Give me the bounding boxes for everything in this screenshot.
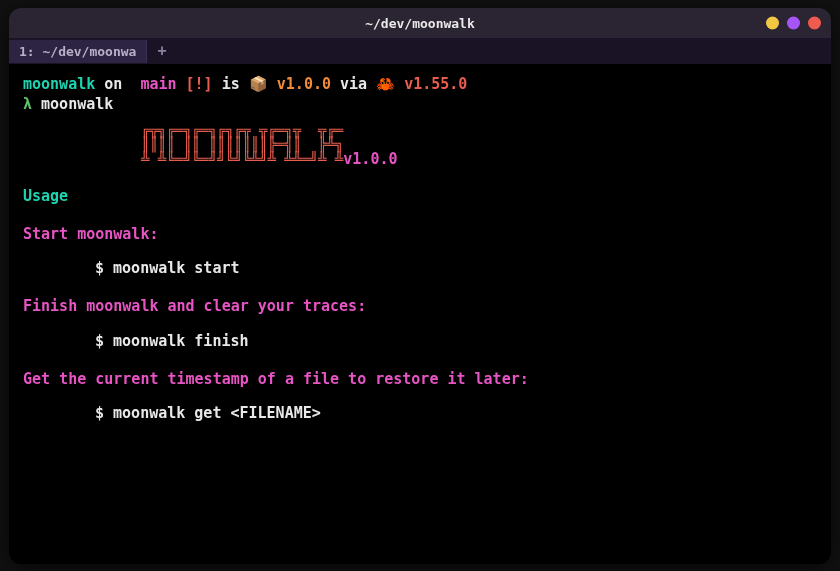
usage-cmd-3: $ moonwalk get <FILENAME>: [23, 403, 817, 423]
ascii-banner: ╔╦╗╔═╗╔═╗╔╗╔╦ ╦╔═╗╦ ╦╔═ ║║║║ ║║ ║║║║║║║╠…: [23, 123, 817, 168]
prompt-project: moonwalk: [23, 75, 95, 93]
prompt-line-1: moonwalk on main [!] is 📦 v1.0.0 via 🦀 v…: [23, 74, 817, 94]
crab-icon: 🦀: [376, 75, 395, 93]
add-tab-button[interactable]: +: [147, 42, 176, 60]
tab-bar: 1: ~/dev/moonwa +: [9, 38, 831, 64]
usage-desc-3: Get the current timestamp of a file to r…: [23, 369, 817, 389]
prompt-via: via: [340, 75, 376, 93]
close-button[interactable]: [808, 17, 821, 30]
tab-1[interactable]: 1: ~/dev/moonwa: [9, 40, 147, 63]
prompt-lambda: λ: [23, 95, 41, 113]
terminal-window: ~/dev/moonwalk 1: ~/dev/moonwa + moonwal…: [9, 8, 831, 564]
package-icon: 📦: [249, 75, 268, 93]
prompt-flags: [!]: [186, 75, 213, 93]
prompt-is: is: [213, 75, 249, 93]
prompt-on: on: [95, 75, 131, 93]
usage-desc-2: Finish moonwalk and clear your traces:: [23, 296, 817, 316]
prompt-branch: main: [131, 75, 185, 93]
prompt-line-2: λ moonwalk: [23, 94, 817, 114]
titlebar: ~/dev/moonwalk: [9, 8, 831, 38]
ascii-version: v1.0.0: [343, 150, 397, 168]
usage-section: Usage Start moonwalk: $ moonwalk start F…: [23, 186, 817, 424]
prompt-version1: v1.0.0: [268, 75, 340, 93]
usage-cmd-2: $ moonwalk finish: [23, 331, 817, 351]
typed-command: moonwalk: [41, 95, 113, 113]
maximize-button[interactable]: [787, 17, 800, 30]
minimize-button[interactable]: [766, 17, 779, 30]
window-controls: [766, 17, 821, 30]
usage-heading: Usage: [23, 186, 817, 206]
ascii-banner-wrap: ╔╦╗╔═╗╔═╗╔╗╔╦ ╦╔═╗╦ ╦╔═ ║║║║ ║║ ║║║║║║║╠…: [23, 123, 817, 168]
prompt-version2: v1.55.0: [395, 75, 467, 93]
window-title: ~/dev/moonwalk: [365, 16, 475, 31]
usage-cmd-1: $ moonwalk start: [23, 258, 817, 278]
ascii-art-text: ╔╦╗╔═╗╔═╗╔╗╔╦ ╦╔═╗╦ ╦╔═ ║║║║ ║║ ║║║║║║║╠…: [23, 122, 343, 167]
usage-desc-1: Start moonwalk:: [23, 224, 817, 244]
terminal-body[interactable]: moonwalk on main [!] is 📦 v1.0.0 via 🦀 v…: [9, 64, 831, 433]
